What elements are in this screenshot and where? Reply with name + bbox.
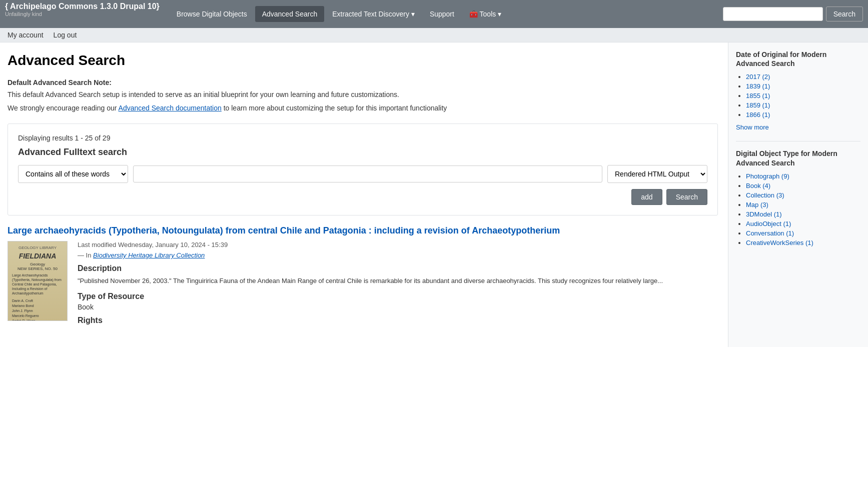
collection-link[interactable]: Biodiversity Heritage Library Collection: [93, 252, 205, 259]
search-text-input[interactable]: [133, 166, 602, 182]
date-filter-1839[interactable]: 1839 (1): [746, 82, 770, 90]
search-form-title: Advanced Fulltext search: [18, 147, 707, 158]
top-search-input[interactable]: [723, 7, 823, 21]
content-area: Advanced Search Default Advanced Search …: [0, 42, 728, 347]
site-title: { Archipelago Commons 1.3.0 Drupal 10} U…: [5, 2, 160, 17]
sidebar-type-section: Digital Object Type for Modern Advanced …: [736, 149, 860, 246]
list-item: 2017 (2): [746, 73, 860, 80]
book-cover-subtitle: GeologyNEW SERIES, NO. 50: [12, 262, 63, 271]
result-thumbnail: GEOLOGY LIBRARY FIELDIANA GeologyNEW SER…: [8, 241, 68, 321]
sidebar: Date of Original for Modern Advanced Sea…: [728, 42, 868, 347]
book-cover: GEOLOGY LIBRARY FIELDIANA GeologyNEW SER…: [8, 242, 67, 320]
result-type-value: Book: [78, 303, 718, 311]
site-title-text: { Archipelago Commons 1.3.0 Drupal 10}: [5, 2, 160, 10]
site-subtitle: Unfailingly kind: [5, 11, 160, 17]
top-search-button[interactable]: Search: [826, 6, 863, 22]
note-text-1: This default Advanced Search setup is in…: [8, 90, 718, 100]
note-title: Default Advanced Search Note:: [8, 78, 718, 86]
output-select[interactable]: Rendered HTML OutputJSON Output: [607, 165, 707, 183]
search-buttons: add Search: [18, 189, 707, 205]
result-title: Large archaeohyracids (Typotheria, Notou…: [8, 226, 718, 236]
rights-heading: Rights: [78, 316, 718, 325]
book-cover-desc: Large Archaeohyracids (Typotheria, Notou…: [12, 273, 63, 296]
type-heading: Type of Resource: [78, 292, 718, 301]
description-heading: Description: [78, 264, 718, 273]
top-search-area: Search: [723, 6, 863, 22]
result-description: "Published November 26, 2003." The Tingu…: [78, 276, 718, 286]
sidebar-date-section: Date of Original for Modern Advanced Sea…: [736, 50, 860, 131]
type-filter-photograph[interactable]: Photograph (9): [746, 172, 789, 180]
result-title-link[interactable]: Large archaeohyracids (Typotheria, Notou…: [8, 226, 560, 236]
list-item: Collection (3): [746, 192, 860, 199]
results-count: Displaying results 1 - 25 of 29: [18, 134, 707, 142]
list-item: AudioObject (1): [746, 220, 860, 228]
list-item: 1859 (1): [746, 102, 860, 109]
page-title: Advanced Search: [8, 52, 718, 68]
search-row: Contains all of these wordsContains any …: [18, 165, 707, 183]
result-modified: Last modified Wednesday, January 10, 202…: [78, 241, 718, 248]
list-item: Book (4): [746, 182, 860, 190]
book-cover-title: FIELDIANA: [12, 252, 63, 260]
my-account-link[interactable]: My account: [8, 31, 44, 39]
list-item: CreativeWorkSeries (1): [746, 239, 860, 246]
type-filter-audioobject[interactable]: AudioObject (1): [746, 220, 791, 228]
nav-tools[interactable]: 🧰 Tools: [462, 6, 508, 22]
type-filter-collection[interactable]: Collection (3): [746, 192, 784, 199]
result-content: GEOLOGY LIBRARY FIELDIANA GeologyNEW SER…: [8, 241, 718, 327]
top-navigation: { Archipelago Commons 1.3.0 Drupal 10} U…: [0, 0, 868, 28]
sidebar-date-list: 2017 (2) 1839 (1) 1855 (1) 1859 (1) 1866…: [736, 73, 860, 118]
list-item: Photograph (9): [746, 172, 860, 180]
filter-select[interactable]: Contains all of these wordsContains any …: [18, 165, 128, 183]
list-item: 1839 (1): [746, 82, 860, 90]
type-filter-3dmodel[interactable]: 3DModel (1): [746, 210, 782, 218]
date-filter-1866[interactable]: 1866 (1): [746, 111, 770, 118]
book-cover-header: GEOLOGY LIBRARY: [12, 246, 63, 250]
nav-support[interactable]: Support: [423, 6, 461, 22]
type-filter-creativeworkseries[interactable]: CreativeWorkSeries (1): [746, 239, 813, 246]
type-filter-conversation[interactable]: Conversation (1): [746, 230, 794, 237]
search-button[interactable]: Search: [666, 189, 707, 205]
log-out-link[interactable]: Log out: [54, 31, 77, 39]
list-item: Map (3): [746, 201, 860, 208]
search-form-box: Displaying results 1 - 25 of 29 Advanced…: [8, 124, 718, 216]
secondary-navigation: My account Log out: [0, 28, 868, 42]
tools-icon: 🧰: [469, 10, 478, 18]
doc-link[interactable]: Advanced Search documentation: [119, 104, 222, 112]
main-container: Advanced Search Default Advanced Search …: [0, 42, 868, 347]
date-filter-1855[interactable]: 1855 (1): [746, 92, 770, 100]
nav-browse[interactable]: Browse Digital Objects: [170, 6, 254, 22]
book-cover-authors: Darin A. CroftMariano BondJohn J. FlynnM…: [12, 298, 63, 321]
date-filter-1859[interactable]: 1859 (1): [746, 102, 770, 109]
nav-links: Browse Digital Objects Advanced Search E…: [170, 6, 723, 22]
date-filter-2017[interactable]: 2017 (2): [746, 73, 770, 80]
nav-extracted-text[interactable]: Extracted Text Discovery: [325, 6, 422, 22]
nav-advanced-search[interactable]: Advanced Search: [255, 6, 325, 22]
sidebar-type-title: Digital Object Type for Modern Advanced …: [736, 149, 860, 167]
sidebar-divider: [736, 141, 860, 142]
list-item: Conversation (1): [746, 230, 860, 237]
add-button[interactable]: add: [631, 189, 662, 205]
collection-prefix: — In: [78, 252, 91, 259]
result-collection: — In Biodiversity Heritage Library Colle…: [78, 252, 718, 259]
type-filter-book[interactable]: Book (4): [746, 182, 770, 190]
show-more-dates[interactable]: Show more: [736, 124, 769, 131]
sidebar-date-title: Date of Original for Modern Advanced Sea…: [736, 50, 860, 68]
result-item: Large archaeohyracids (Typotheria, Notou…: [8, 226, 718, 327]
nav-tools-label: Tools: [480, 10, 496, 18]
sidebar-type-list: Photograph (9) Book (4) Collection (3) M…: [736, 172, 860, 246]
note-box: Default Advanced Search Note: This defau…: [8, 78, 718, 114]
note-text-2: We strongly encourage reading our Advanc…: [8, 103, 718, 114]
list-item: 1866 (1): [746, 111, 860, 118]
type-filter-map[interactable]: Map (3): [746, 201, 768, 208]
list-item: 3DModel (1): [746, 210, 860, 218]
result-details: Last modified Wednesday, January 10, 202…: [78, 241, 718, 327]
list-item: 1855 (1): [746, 92, 860, 100]
